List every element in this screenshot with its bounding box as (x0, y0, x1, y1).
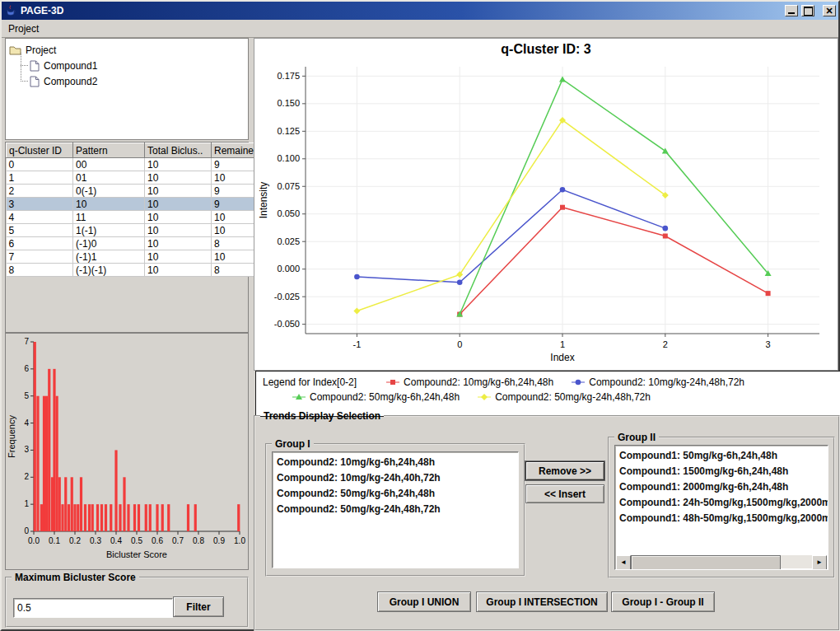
plot-grid (306, 67, 819, 334)
svg-text:0.8: 0.8 (193, 536, 204, 545)
menu-bar: Project (2, 20, 838, 38)
scrollbar-thumb[interactable] (631, 555, 781, 570)
tree-item-label: Compound2 (44, 76, 97, 87)
tree-item-compound1[interactable]: Compound1 (16, 58, 245, 73)
tree-item-compound2[interactable]: Compound2 (16, 73, 245, 89)
column-header[interactable]: q-Cluster ID (7, 143, 73, 158)
column-header[interactable]: Total Biclus.. (145, 143, 212, 158)
table-row[interactable]: 51(-1)1010 (7, 224, 270, 237)
maximize-button[interactable] (801, 5, 814, 16)
max-bicluster-score-group: Maximum Bicluster Score Filter (5, 572, 249, 628)
scrollbar-track[interactable] (631, 555, 812, 568)
scroll-right-button[interactable]: ► (812, 555, 827, 570)
minimize-button[interactable] (785, 5, 798, 16)
svg-text:0.6: 0.6 (152, 536, 163, 545)
list-item[interactable]: Compound1: 1500mg/kg-6h,24h,48h (615, 464, 828, 479)
tree-item-project[interactable]: Project (9, 42, 245, 58)
svg-text:0: 0 (457, 339, 462, 349)
table-cell: (-1)(-1) (73, 264, 145, 277)
filter-button[interactable]: Filter (173, 596, 224, 617)
table-cell: 8 (7, 264, 73, 277)
table-row[interactable]: 7(-1)11010 (7, 250, 270, 264)
cluster-table-panel: q-Cluster IDPatternTotal Biclus..Remaine… (5, 142, 249, 333)
table-cell: 10 (145, 198, 212, 211)
svg-text:0.175: 0.175 (277, 71, 300, 81)
legend-item: Compound2: 50mg/kg-6h,24h,48h (292, 391, 460, 403)
menu-project[interactable]: Project (2, 21, 45, 36)
table-cell: 3 (7, 198, 73, 211)
remove-button[interactable]: Remove >> (525, 461, 604, 480)
legend-marker-icon (572, 378, 585, 386)
table-cell: 1(-1) (73, 224, 145, 237)
insert-button[interactable]: << Insert (525, 484, 604, 503)
trends-title: Trends Display Selection (260, 410, 384, 422)
svg-text:0.150: 0.150 (277, 98, 300, 108)
svg-text:0.125: 0.125 (277, 126, 300, 136)
svg-text:0.100: 0.100 (277, 153, 300, 163)
svg-text:0.7: 0.7 (172, 536, 184, 545)
table-row[interactable]: 8(-1)(-1)108 (7, 264, 270, 277)
cluster-table: q-Cluster IDPatternTotal Biclus..Remaine… (6, 143, 270, 277)
legend-title: Legend for Index[0-2] (263, 376, 357, 388)
table-cell: 10 (145, 171, 212, 185)
group1-union-button[interactable]: Group I UNION (377, 591, 471, 612)
table-row[interactable]: 1011010 (7, 171, 270, 185)
table-row[interactable]: 20(-1)109 (7, 185, 270, 198)
table-cell: 10 (145, 158, 212, 171)
svg-text:0.075: 0.075 (277, 181, 300, 191)
list-item[interactable]: Compound1: 48h-50mg/kg,1500mg/kg,2000m (615, 511, 828, 526)
list-item[interactable]: Compound2: 10mg/kg-24h,40h,72h (273, 470, 518, 486)
table-row[interactable]: 4111010 (7, 211, 270, 224)
svg-text:0.0: 0.0 (28, 536, 40, 545)
y-axis-label: Intensity (258, 182, 269, 219)
svg-text:0.050: 0.050 (277, 208, 300, 218)
cluster-table-header: q-Cluster IDPatternTotal Biclus..Remaine… (7, 143, 270, 158)
document-icon (30, 60, 40, 72)
svg-text:2: 2 (663, 339, 668, 349)
scroll-left-button[interactable]: ◄ (616, 555, 631, 570)
list-item[interactable]: Compound2: 10mg/kg-6h,24h,48h (273, 455, 518, 470)
table-cell: (-1)1 (73, 250, 145, 264)
legend-marker-icon (478, 393, 491, 401)
group1-list[interactable]: Compound2: 10mg/kg-6h,24h,48hCompound2: … (272, 451, 519, 568)
list-item[interactable]: Compound1: 50mg/kg-6h,24h,48h (615, 448, 828, 464)
column-header[interactable]: Pattern (73, 143, 145, 158)
list-item[interactable]: Compound1: 24h-50mg/kg,1500mg/kg,2000m (615, 495, 828, 511)
group2-hscrollbar[interactable]: ◄ ► (616, 555, 827, 568)
chart-title: q-Cluster ID: 3 (254, 42, 838, 57)
list-item[interactable]: Compound2: 50mg/kg-6h,24h,48h (273, 486, 518, 502)
chart-series (354, 187, 668, 285)
table-row[interactable]: 6(-1)0108 (7, 237, 270, 250)
list-item[interactable]: Compound1: 2000mg/kg-6h,24h,48h (615, 479, 828, 495)
svg-text:3: 3 (24, 445, 29, 454)
hist-bars (34, 342, 240, 531)
table-cell: 01 (73, 171, 145, 185)
svg-text:0.4: 0.4 (110, 536, 122, 545)
table-cell: 2 (7, 185, 73, 198)
group1-minus-group2-button[interactable]: Group I - Group II (611, 591, 715, 612)
group1-intersection-button[interactable]: Group I INTERSECTION (476, 591, 608, 612)
intensity-line-chart: -0.050-0.0250.0000.0250.0500.0750.1000.1… (254, 60, 836, 368)
svg-text:0.000: 0.000 (277, 264, 300, 273)
list-item[interactable]: Compound2: 50mg/kg-24h,48h,72h (273, 502, 518, 517)
group1-title: Group I (272, 438, 314, 450)
table-cell: (-1)0 (73, 237, 145, 250)
svg-text:0.1: 0.1 (49, 536, 60, 545)
svg-text:1: 1 (560, 339, 565, 349)
score-input[interactable] (13, 598, 173, 618)
minimize-icon (788, 12, 795, 14)
legend-row-2: Compound2: 50mg/kg-6h,24h,48hCompound2: … (263, 390, 840, 404)
table-cell: 10 (73, 198, 145, 211)
title-bar[interactable]: PAGE-3D ✕ (2, 2, 838, 20)
close-button[interactable]: ✕ (823, 5, 836, 16)
maximize-icon (804, 7, 813, 16)
svg-text:5: 5 (24, 391, 29, 400)
x-axis-label: Bicluster Score (106, 549, 167, 559)
svg-text:0: 0 (24, 526, 29, 535)
svg-text:6: 6 (24, 364, 29, 373)
table-cell: 6 (7, 237, 73, 250)
table-cell: 4 (7, 211, 73, 224)
table-row[interactable]: 310109 (7, 198, 270, 211)
group2-list[interactable]: Compound1: 50mg/kg-6h,24h,48hCompound1: … (614, 445, 828, 570)
table-row[interactable]: 000109 (7, 158, 270, 171)
